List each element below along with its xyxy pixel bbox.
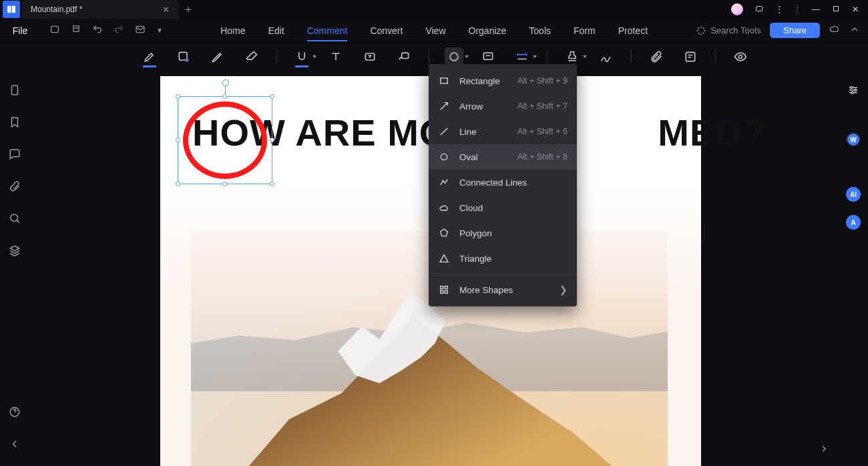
measure-tool[interactable] [513,47,531,66]
bookmarks-icon[interactable] [9,116,21,131]
redo-icon[interactable] [114,24,124,37]
open-icon[interactable] [49,24,60,37]
search-tools[interactable]: Search Tools [696,25,761,36]
chevron-right-icon: ❯ [560,284,568,295]
svg-rect-10 [402,53,409,58]
app-icon [3,1,20,18]
tab-home[interactable]: Home [220,25,245,36]
resize-handle[interactable] [270,182,274,186]
sparkle-icon [696,25,706,36]
cloud-sync-icon[interactable] [829,24,840,37]
tab-form[interactable]: Form [574,25,596,36]
resize-handle[interactable] [176,138,180,142]
area-highlight-tool[interactable] [174,47,193,66]
pencil-tool[interactable] [208,47,227,66]
svg-rect-15 [12,85,18,95]
quick-dropdown-icon[interactable]: ▼ [156,27,163,34]
window-close-icon[interactable]: ✕ [852,5,859,14]
eraser-tool[interactable] [242,47,261,66]
translate-chip[interactable]: A [846,215,861,230]
comments-panel-tool[interactable] [681,47,700,66]
attachment-tool[interactable] [647,47,666,66]
selection-box[interactable] [178,96,272,184]
shape-triangle[interactable]: Triangle [429,246,577,271]
signature-tool[interactable] [597,47,616,66]
shape-oval[interactable]: Oval Alt + Shift + 8 [429,144,577,170]
word-chip[interactable]: W [846,132,861,147]
rotate-handle[interactable] [225,85,226,94]
resize-handle[interactable] [222,182,227,186]
shapes-dropdown: Rectangle Alt + Shift + 9 Arrow Alt + Sh… [429,64,577,306]
close-tab-icon[interactable]: ✕ [162,5,170,15]
attachments-icon[interactable] [9,180,21,195]
kebab-menu-icon[interactable]: ⋮ [775,5,783,14]
callout-tool[interactable] [395,47,413,66]
svg-rect-4 [51,26,59,32]
shape-connected-lines[interactable]: Connected Lines [429,170,577,195]
new-tab-button[interactable]: ＋ [179,0,198,19]
tab-edit[interactable]: Edit [268,25,284,36]
resize-handle[interactable] [176,182,180,186]
svg-point-14 [739,55,742,59]
shape-polygon[interactable]: Polygon [429,220,577,246]
svg-point-19 [855,89,857,91]
resize-handle[interactable] [270,138,274,142]
print-icon[interactable] [71,24,81,37]
right-sidebar: W AI A [839,71,868,466]
resize-handle[interactable] [222,94,227,99]
ai-chip[interactable]: AI [846,187,861,202]
svg-point-18 [851,87,853,89]
shape-more[interactable]: More Shapes ❯ [429,277,577,302]
tab-organize[interactable]: Organize [469,25,507,36]
help-icon[interactable] [9,406,21,421]
line-icon [438,126,450,137]
layers-icon[interactable] [9,244,21,259]
shape-arrow[interactable]: Arrow Alt + Shift + 7 [429,93,577,119]
window-minimize-icon[interactable]: — [812,5,820,14]
svg-rect-24 [445,286,447,289]
comments-icon[interactable] [9,148,21,163]
stamp-tool[interactable] [563,47,582,66]
svg-rect-1 [12,6,15,13]
tab-tools[interactable]: Tools [529,25,551,36]
mail-icon[interactable] [135,24,146,37]
properties-icon[interactable] [847,84,859,99]
note-tool[interactable] [479,47,497,66]
highlight-tool[interactable] [140,47,159,66]
shape-cloud[interactable]: Cloud [429,195,577,220]
user-avatar[interactable] [731,3,743,15]
document-tab[interactable]: Mountain.pdf * ✕ [21,0,179,19]
message-icon[interactable] [755,5,763,15]
resize-handle[interactable] [270,94,274,99]
undo-icon[interactable] [92,24,103,37]
resize-handle[interactable] [176,94,180,99]
collapse-ribbon-icon[interactable] [849,24,860,37]
tab-protect[interactable]: Protect [618,25,648,36]
svg-rect-21 [441,78,448,83]
svg-rect-26 [445,290,447,293]
tab-convert[interactable]: Convert [370,25,403,36]
window-maximize-icon[interactable] [832,5,840,15]
tab-comment[interactable]: Comment [307,25,348,36]
textbox-tool[interactable] [361,47,379,66]
left-sidebar [0,71,29,466]
shape-line[interactable]: Line Alt + Shift + 6 [429,119,577,144]
tab-view[interactable]: View [425,25,445,36]
share-button[interactable]: Share [770,23,820,38]
svg-point-22 [441,154,447,160]
polygon-icon [438,228,450,238]
text-tool[interactable] [327,47,345,66]
shape-rectangle[interactable]: Rectangle Alt + Shift + 9 [429,68,577,93]
svg-point-11 [450,53,458,61]
document-tab-label: Mountain.pdf * [31,5,82,14]
underline-tool[interactable] [292,47,311,66]
hide-comments-tool[interactable] [731,47,750,66]
svg-point-16 [11,214,18,222]
next-page-icon[interactable] [819,443,829,457]
thumbnails-icon[interactable] [9,84,21,99]
search-icon[interactable] [9,212,21,227]
prev-page-icon[interactable] [9,438,21,453]
oval-icon [438,152,450,162]
shape-tool[interactable] [445,47,463,66]
file-menu[interactable]: File [0,19,40,43]
